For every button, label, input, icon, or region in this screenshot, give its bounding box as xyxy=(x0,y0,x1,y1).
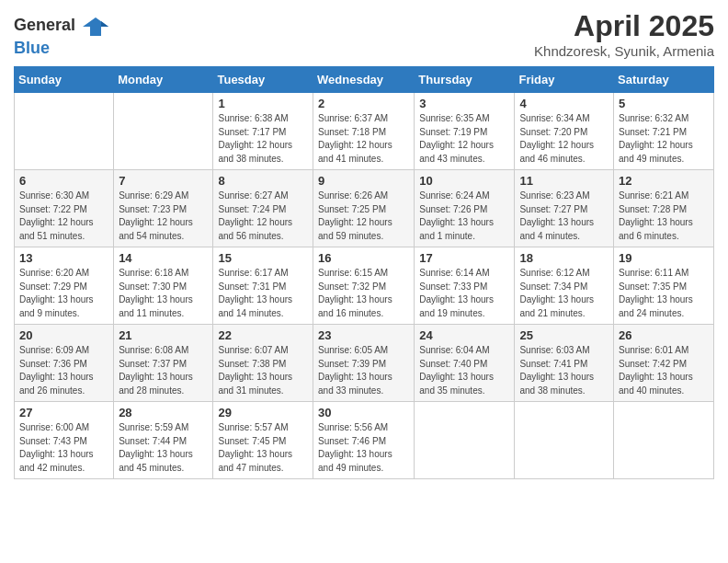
day-number: 5 xyxy=(619,97,709,110)
day-info: Sunrise: 6:07 AM Sunset: 7:38 PM Dayligh… xyxy=(218,344,308,397)
calendar-cell: 4Sunrise: 6:34 AM Sunset: 7:20 PM Daylig… xyxy=(515,93,614,170)
calendar-cell xyxy=(614,402,714,479)
day-number: 24 xyxy=(419,328,509,342)
logo-general: General xyxy=(14,16,75,34)
page-subtitle: Khndzoresk, Syunik, Armenia xyxy=(534,43,714,59)
calendar-cell: 28Sunrise: 5:59 AM Sunset: 7:44 PM Dayli… xyxy=(114,402,213,479)
day-info: Sunrise: 6:12 AM Sunset: 7:34 PM Dayligh… xyxy=(519,267,609,320)
calendar-cell: 27Sunrise: 6:00 AM Sunset: 7:43 PM Dayli… xyxy=(15,402,114,479)
logo-bird-icon xyxy=(83,14,108,40)
day-info: Sunrise: 6:38 AM Sunset: 7:17 PM Dayligh… xyxy=(218,112,308,166)
calendar-cell xyxy=(515,402,614,479)
day-info: Sunrise: 6:35 AM Sunset: 7:19 PM Dayligh… xyxy=(419,112,509,166)
weekday-header-sunday: Sunday xyxy=(15,67,114,93)
day-number: 13 xyxy=(19,251,108,265)
calendar-cell: 23Sunrise: 6:05 AM Sunset: 7:39 PM Dayli… xyxy=(313,325,415,402)
calendar-cell: 20Sunrise: 6:09 AM Sunset: 7:36 PM Dayli… xyxy=(15,325,114,402)
day-number: 15 xyxy=(218,251,308,265)
calendar-cell: 25Sunrise: 6:03 AM Sunset: 7:41 PM Dayli… xyxy=(515,325,614,402)
day-info: Sunrise: 6:37 AM Sunset: 7:18 PM Dayligh… xyxy=(318,112,409,166)
day-info: Sunrise: 6:26 AM Sunset: 7:25 PM Dayligh… xyxy=(318,190,409,243)
day-number: 8 xyxy=(218,174,308,188)
day-number: 29 xyxy=(218,406,308,419)
day-info: Sunrise: 6:30 AM Sunset: 7:22 PM Dayligh… xyxy=(19,190,108,243)
weekday-header-saturday: Saturday xyxy=(614,67,714,93)
day-number: 10 xyxy=(419,174,509,188)
day-info: Sunrise: 6:21 AM Sunset: 7:28 PM Dayligh… xyxy=(619,190,709,243)
calendar-cell: 10Sunrise: 6:24 AM Sunset: 7:26 PM Dayli… xyxy=(415,170,515,247)
day-number: 6 xyxy=(19,174,108,188)
day-number: 14 xyxy=(119,251,208,265)
day-info: Sunrise: 6:34 AM Sunset: 7:20 PM Dayligh… xyxy=(519,112,609,166)
calendar-cell: 8Sunrise: 6:27 AM Sunset: 7:24 PM Daylig… xyxy=(213,170,313,247)
day-number: 22 xyxy=(218,328,308,342)
day-info: Sunrise: 6:15 AM Sunset: 7:32 PM Dayligh… xyxy=(318,267,409,320)
day-info: Sunrise: 6:14 AM Sunset: 7:33 PM Dayligh… xyxy=(419,267,509,320)
day-number: 7 xyxy=(119,174,208,188)
logo-line1: General xyxy=(14,14,108,40)
day-number: 11 xyxy=(519,174,609,188)
day-info: Sunrise: 6:09 AM Sunset: 7:36 PM Dayligh… xyxy=(19,344,108,397)
day-info: Sunrise: 6:05 AM Sunset: 7:39 PM Dayligh… xyxy=(318,344,409,397)
logo-blue: Blue xyxy=(14,39,50,57)
calendar-cell: 26Sunrise: 6:01 AM Sunset: 7:42 PM Dayli… xyxy=(614,325,714,402)
calendar-cell xyxy=(114,93,213,170)
calendar-cell: 18Sunrise: 6:12 AM Sunset: 7:34 PM Dayli… xyxy=(515,247,614,325)
weekday-header-wednesday: Wednesday xyxy=(313,67,415,93)
day-number: 4 xyxy=(519,97,609,110)
day-number: 26 xyxy=(619,328,709,342)
weekday-header-friday: Friday xyxy=(515,67,614,93)
day-number: 3 xyxy=(419,97,509,110)
day-info: Sunrise: 6:23 AM Sunset: 7:27 PM Dayligh… xyxy=(519,190,609,243)
calendar-cell: 1Sunrise: 6:38 AM Sunset: 7:17 PM Daylig… xyxy=(213,93,313,170)
calendar-cell: 21Sunrise: 6:08 AM Sunset: 7:37 PM Dayli… xyxy=(114,325,213,402)
calendar-cell: 13Sunrise: 6:20 AM Sunset: 7:29 PM Dayli… xyxy=(15,247,114,325)
day-info: Sunrise: 5:57 AM Sunset: 7:45 PM Dayligh… xyxy=(218,421,308,475)
day-number: 27 xyxy=(19,406,108,419)
day-number: 9 xyxy=(318,174,409,188)
calendar-cell: 5Sunrise: 6:32 AM Sunset: 7:21 PM Daylig… xyxy=(614,93,714,170)
calendar-cell: 7Sunrise: 6:29 AM Sunset: 7:23 PM Daylig… xyxy=(114,170,213,247)
calendar-cell: 24Sunrise: 6:04 AM Sunset: 7:40 PM Dayli… xyxy=(415,325,515,402)
day-info: Sunrise: 6:29 AM Sunset: 7:23 PM Dayligh… xyxy=(119,190,208,243)
weekday-header-thursday: Thursday xyxy=(415,67,515,93)
calendar-table: SundayMondayTuesdayWednesdayThursdayFrid… xyxy=(14,66,714,479)
day-number: 28 xyxy=(119,406,208,419)
calendar-cell: 29Sunrise: 5:57 AM Sunset: 7:45 PM Dayli… xyxy=(213,402,313,479)
title-block: April 2025 Khndzoresk, Syunik, Armenia xyxy=(534,9,714,59)
day-info: Sunrise: 6:27 AM Sunset: 7:24 PM Dayligh… xyxy=(218,190,308,243)
day-info: Sunrise: 6:00 AM Sunset: 7:43 PM Dayligh… xyxy=(19,421,108,475)
day-info: Sunrise: 6:03 AM Sunset: 7:41 PM Dayligh… xyxy=(519,344,609,397)
day-info: Sunrise: 6:20 AM Sunset: 7:29 PM Dayligh… xyxy=(19,267,108,320)
day-info: Sunrise: 6:18 AM Sunset: 7:30 PM Dayligh… xyxy=(119,267,208,320)
day-info: Sunrise: 6:32 AM Sunset: 7:21 PM Dayligh… xyxy=(619,112,709,166)
day-number: 12 xyxy=(619,174,709,188)
day-number: 1 xyxy=(218,97,308,110)
calendar-cell: 19Sunrise: 6:11 AM Sunset: 7:35 PM Dayli… xyxy=(614,247,714,325)
day-info: Sunrise: 6:17 AM Sunset: 7:31 PM Dayligh… xyxy=(218,267,308,320)
calendar-cell: 30Sunrise: 5:56 AM Sunset: 7:46 PM Dayli… xyxy=(313,402,415,479)
calendar-cell: 17Sunrise: 6:14 AM Sunset: 7:33 PM Dayli… xyxy=(415,247,515,325)
day-number: 25 xyxy=(519,328,609,342)
day-number: 30 xyxy=(318,406,409,419)
calendar-cell: 2Sunrise: 6:37 AM Sunset: 7:18 PM Daylig… xyxy=(313,93,415,170)
day-info: Sunrise: 5:59 AM Sunset: 7:44 PM Dayligh… xyxy=(119,421,208,475)
calendar-cell: 16Sunrise: 6:15 AM Sunset: 7:32 PM Dayli… xyxy=(313,247,415,325)
day-number: 19 xyxy=(619,251,709,265)
page-header: General Blue April 2025 Khndzoresk, Syun… xyxy=(14,9,714,59)
calendar-cell: 14Sunrise: 6:18 AM Sunset: 7:30 PM Dayli… xyxy=(114,247,213,325)
day-number: 16 xyxy=(318,251,409,265)
day-info: Sunrise: 6:08 AM Sunset: 7:37 PM Dayligh… xyxy=(119,344,208,397)
day-number: 18 xyxy=(519,251,609,265)
day-number: 23 xyxy=(318,328,409,342)
calendar-cell: 11Sunrise: 6:23 AM Sunset: 7:27 PM Dayli… xyxy=(515,170,614,247)
weekday-header-monday: Monday xyxy=(114,67,213,93)
calendar-cell: 12Sunrise: 6:21 AM Sunset: 7:28 PM Dayli… xyxy=(614,170,714,247)
calendar-cell xyxy=(415,402,515,479)
calendar-cell xyxy=(15,93,114,170)
page-title: April 2025 xyxy=(534,9,714,43)
day-info: Sunrise: 6:24 AM Sunset: 7:26 PM Dayligh… xyxy=(419,190,509,243)
day-info: Sunrise: 5:56 AM Sunset: 7:46 PM Dayligh… xyxy=(318,421,409,475)
calendar-cell: 9Sunrise: 6:26 AM Sunset: 7:25 PM Daylig… xyxy=(313,170,415,247)
day-number: 17 xyxy=(419,251,509,265)
